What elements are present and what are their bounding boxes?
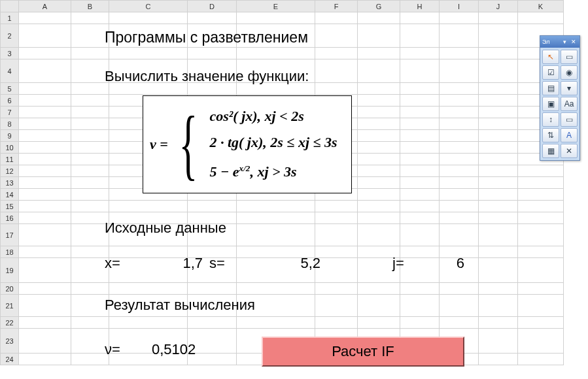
s-value[interactable]: 5,2 <box>275 255 320 272</box>
row-header[interactable]: 14 <box>1 189 19 201</box>
toolbox-title: Эл <box>542 39 549 45</box>
j-label: j= <box>392 255 404 272</box>
combo-icon[interactable]: ▾ <box>561 81 578 95</box>
row-header[interactable]: 21 <box>1 295 19 317</box>
col-header[interactable]: E <box>237 1 315 12</box>
row-header[interactable]: 1 <box>1 12 19 24</box>
formula-lhs: v = <box>150 136 168 153</box>
x-value[interactable]: 1,7 <box>157 255 203 272</box>
row-header[interactable]: 4 <box>1 59 19 83</box>
subtitle-text: Вычислить значение функции: <box>105 68 309 85</box>
col-header[interactable]: J <box>479 1 518 12</box>
col-header[interactable]: K <box>518 1 564 12</box>
toolbox-header[interactable]: Эл ▾ ✕ <box>540 36 579 48</box>
toolbox-dropdown-icon[interactable]: ▾ <box>561 38 568 46</box>
col-header[interactable]: H <box>400 1 440 12</box>
checkbox-icon[interactable]: ☑ <box>542 65 559 80</box>
j-value[interactable]: 6 <box>432 255 464 272</box>
pointer-icon[interactable]: ↖ <box>542 50 559 64</box>
row-header[interactable]: 9 <box>1 130 19 142</box>
corner-cell[interactable] <box>1 1 19 12</box>
scroll-icon[interactable]: ↕ <box>542 112 559 127</box>
row-header[interactable]: 11 <box>1 154 19 165</box>
result-heading: Результат вычисления <box>105 297 255 314</box>
col-header[interactable]: C <box>109 1 188 12</box>
formula-case-3: 5 − ex/2, xj > 3s <box>209 156 337 185</box>
nu-label: ν= <box>105 341 120 358</box>
row-header[interactable]: 13 <box>1 177 19 189</box>
nu-value: 0,5102 <box>152 341 196 358</box>
row-header[interactable]: 19 <box>1 258 19 283</box>
formula-box: v = { cos²( jx), xj < 2s 2 · tg( jx), 2s… <box>143 95 352 193</box>
row-header[interactable]: 10 <box>1 142 19 154</box>
col-header[interactable]: I <box>440 1 479 12</box>
row-header[interactable]: 18 <box>1 246 19 258</box>
row-header[interactable]: 2 <box>1 24 19 48</box>
textbox-icon[interactable]: ▭ <box>561 50 578 64</box>
formula-case-2: 2 · tg( jx), 2s ≤ xj ≤ 3s <box>209 129 337 156</box>
row-header[interactable]: 24 <box>1 354 19 365</box>
col-header[interactable]: B <box>71 1 109 12</box>
tools-icon[interactable]: ✕ <box>561 144 578 158</box>
col-header[interactable]: G <box>358 1 400 12</box>
button-label: Расчет IF <box>332 343 394 360</box>
row-header[interactable]: 23 <box>1 329 19 354</box>
spin-icon[interactable]: ⇅ <box>542 128 559 142</box>
brace-icon: { <box>179 105 198 184</box>
calculate-if-button[interactable]: Расчет IF <box>262 337 464 367</box>
inputs-heading: Исходные данные <box>105 220 226 237</box>
option-icon[interactable]: ◉ <box>561 65 578 80</box>
row-header[interactable]: 22 <box>1 317 19 329</box>
forms-toolbox[interactable]: Эл ▾ ✕ ↖▭☑◉▤▾▣Aa↕▭⇅A▦✕ <box>540 35 580 161</box>
formula-case-1: cos²( jx), xj < 2s <box>209 103 337 129</box>
row-header[interactable]: 12 <box>1 165 19 177</box>
row-header[interactable]: 3 <box>1 48 19 59</box>
row-header[interactable]: 20 <box>1 283 19 295</box>
letter-a-icon[interactable]: A <box>561 128 578 142</box>
s-label: s= <box>209 255 225 272</box>
row-header[interactable]: 16 <box>1 212 19 224</box>
row-header[interactable]: 6 <box>1 95 19 107</box>
col-header[interactable]: A <box>19 1 71 12</box>
page-title: Программы с разветвлением <box>105 29 308 46</box>
toolbox-close-icon[interactable]: ✕ <box>570 38 578 46</box>
row-header[interactable]: 15 <box>1 201 19 212</box>
group-icon[interactable]: ▣ <box>542 97 559 111</box>
row-header[interactable]: 7 <box>1 107 19 118</box>
label-icon[interactable]: Aa <box>561 97 578 111</box>
row-header[interactable]: 17 <box>1 224 19 246</box>
col-header[interactable]: F <box>315 1 358 12</box>
col-header[interactable]: D <box>188 1 237 12</box>
row-header[interactable]: 8 <box>1 118 19 130</box>
x-label: x= <box>105 255 120 272</box>
image-icon[interactable]: ▦ <box>542 144 559 158</box>
listbox-icon[interactable]: ▤ <box>542 81 559 95</box>
button-icon[interactable]: ▭ <box>561 112 578 127</box>
row-header[interactable]: 5 <box>1 83 19 95</box>
